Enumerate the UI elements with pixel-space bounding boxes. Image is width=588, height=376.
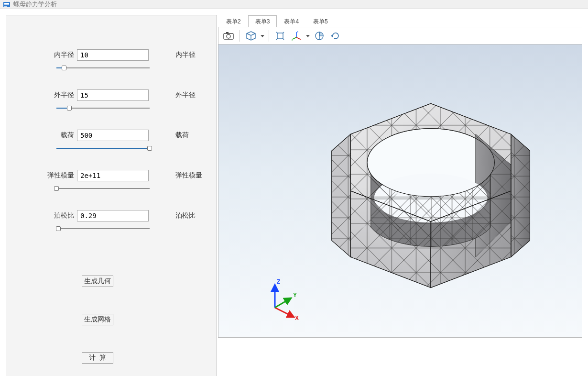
tab-form-3[interactable]: 表单3 xyxy=(248,15,277,27)
svg-marker-17 xyxy=(306,35,310,37)
axis-select-icon[interactable]: x y z xyxy=(289,29,304,43)
svg-rect-3 xyxy=(4,6,7,7)
svg-rect-1 xyxy=(4,3,9,4)
tab-form-5[interactable]: 表单5 xyxy=(306,15,335,27)
tab-form-2[interactable]: 表单2 xyxy=(219,15,248,27)
tab-form-4[interactable]: 表单4 xyxy=(277,15,306,27)
generate-geometry-button[interactable]: 生成几何 xyxy=(82,276,113,287)
svg-line-45 xyxy=(275,298,291,308)
slider-outer-radius[interactable] xyxy=(56,104,150,112)
form-group-outer-radius: 外半径 外半径 xyxy=(6,88,217,112)
svg-text:y: y xyxy=(292,38,293,41)
svg-text:z: z xyxy=(297,31,298,33)
unit-inner-radius: 内半径 xyxy=(175,51,196,59)
svg-point-5 xyxy=(227,34,230,38)
tabs: 表单2 表单3 表单4 表单5 xyxy=(218,16,582,27)
unit-load: 载荷 xyxy=(175,131,189,140)
window-title: 螺母静力学分析 xyxy=(13,0,57,9)
app-icon xyxy=(3,0,11,8)
label-outer-radius: 外半径 xyxy=(6,91,77,100)
svg-rect-10 xyxy=(277,33,283,39)
slider-load[interactable] xyxy=(56,144,150,152)
label-modulus: 弹性模量 xyxy=(6,171,77,180)
svg-marker-36 xyxy=(332,134,350,257)
svg-rect-6 xyxy=(226,32,229,33)
compute-button[interactable]: 计 算 xyxy=(82,352,113,364)
label-poisson: 泊松比 xyxy=(6,211,77,220)
viewport-toolbar: x y z xyxy=(218,27,582,44)
camera-icon[interactable] xyxy=(221,29,236,43)
zoom-extents-icon[interactable] xyxy=(273,29,287,43)
generate-mesh-button[interactable]: 生成网格 xyxy=(82,314,113,325)
label-load: 载荷 xyxy=(6,131,77,140)
form-group-inner-radius: 内半径 内半径 xyxy=(6,48,217,72)
input-modulus[interactable] xyxy=(77,170,149,181)
svg-marker-9 xyxy=(261,35,264,37)
svg-text:x: x xyxy=(300,38,301,41)
slider-inner-radius[interactable] xyxy=(56,64,150,72)
label-inner-radius: 内半径 xyxy=(6,51,77,59)
axis-dropdown[interactable] xyxy=(305,29,310,43)
unit-modulus: 弹性模量 xyxy=(175,171,202,180)
rotate-reset-icon[interactable] xyxy=(328,29,343,43)
svg-line-13 xyxy=(293,37,296,39)
axis-y-label: Y xyxy=(293,292,297,299)
axis-z-label: Z xyxy=(277,278,280,285)
form-group-load: 载荷 载荷 xyxy=(6,128,217,152)
3d-viewport[interactable]: Z Y X xyxy=(218,44,582,337)
app-window: 螺母静力学分析 内半径 内半径 xyxy=(0,0,588,376)
unit-outer-radius: 外半径 xyxy=(175,91,196,100)
form-group-poisson: 泊松比 泊松比 xyxy=(6,209,217,232)
right-panel: 表单2 表单3 表单4 表单5 xyxy=(217,9,588,376)
input-load[interactable] xyxy=(77,130,149,141)
titlebar: 螺母静力学分析 xyxy=(0,0,588,9)
form-group-modulus: 弹性模量 弹性模量 xyxy=(6,168,217,192)
cube-view-icon[interactable] xyxy=(244,29,258,43)
viewport-panel: x y z xyxy=(218,27,582,338)
slider-modulus[interactable] xyxy=(56,185,150,192)
axis-x-label: X xyxy=(295,315,299,321)
axis-gizmo: Z Y X xyxy=(264,278,303,316)
input-inner-radius[interactable] xyxy=(77,49,149,61)
content: 内半径 内半径 外半径 xyxy=(0,9,588,376)
input-outer-radius[interactable] xyxy=(77,89,149,101)
svg-rect-2 xyxy=(4,4,9,5)
toolbar-separator xyxy=(269,30,269,42)
cube-view-dropdown[interactable] xyxy=(260,29,265,43)
unit-poisson: 泊松比 xyxy=(175,211,196,220)
parameter-panel: 内半径 内半径 外半径 xyxy=(6,15,217,376)
svg-line-44 xyxy=(275,308,294,317)
slider-poisson[interactable] xyxy=(56,225,150,232)
svg-marker-20 xyxy=(331,34,333,37)
clip-plane-icon[interactable] xyxy=(312,29,327,43)
svg-marker-35 xyxy=(511,134,530,257)
toolbar-separator xyxy=(240,30,240,42)
input-poisson[interactable] xyxy=(77,210,149,221)
